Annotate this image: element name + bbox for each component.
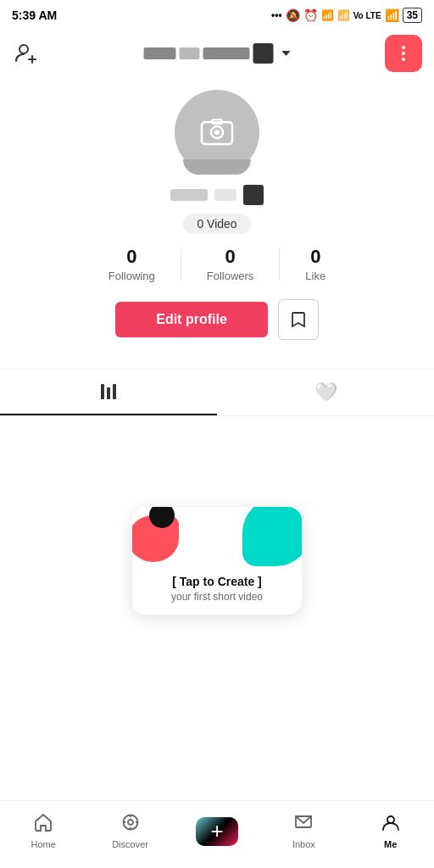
create-card-body: [ Tap to Create ] your first short video bbox=[132, 566, 302, 615]
grid-icon bbox=[101, 384, 116, 399]
status-time: 5:39 AM bbox=[12, 8, 57, 22]
alarm-icon: ⏰ bbox=[303, 8, 318, 22]
profile-section: 0 Video 0 Following 0 Followers 0 Like E… bbox=[0, 76, 434, 360]
svg-point-11 bbox=[387, 816, 394, 823]
video-count-badge: 0 Video bbox=[183, 214, 250, 234]
me-icon bbox=[381, 813, 400, 837]
followers-count: 0 bbox=[225, 246, 235, 268]
discover-icon bbox=[121, 813, 140, 837]
signal-bars2-icon: 📶 bbox=[337, 9, 350, 21]
svg-point-6 bbox=[128, 820, 133, 825]
username-selector[interactable] bbox=[144, 43, 291, 64]
battery-icon: 35 bbox=[403, 8, 422, 23]
network-type-icon: Vo LTE bbox=[353, 11, 381, 20]
action-buttons-row: Edit profile bbox=[115, 299, 319, 340]
create-card-title: [ Tap to Create ] bbox=[142, 575, 292, 588]
stats-row: 0 Following 0 Followers 0 Like bbox=[0, 246, 434, 282]
followers-stat[interactable]: 0 Followers bbox=[181, 246, 280, 282]
svg-point-0 bbox=[19, 45, 28, 53]
signal-bars-icon: 📶 bbox=[321, 9, 334, 21]
following-count: 0 bbox=[126, 246, 136, 268]
edit-profile-button[interactable]: Edit profile bbox=[115, 302, 268, 337]
following-stat[interactable]: 0 Following bbox=[83, 246, 181, 282]
avatar[interactable] bbox=[175, 90, 259, 175]
more-options-button[interactable] bbox=[385, 35, 422, 72]
nav-item-inbox[interactable]: Inbox bbox=[278, 813, 329, 849]
create-card-decoration bbox=[132, 507, 302, 566]
content-area: [ Tap to Create ] your first short video bbox=[0, 416, 434, 670]
followers-label: Followers bbox=[207, 270, 254, 282]
nav-item-discover[interactable]: Discover bbox=[105, 813, 156, 849]
chevron-down-icon bbox=[282, 51, 291, 56]
discover-label: Discover bbox=[112, 839, 148, 849]
top-navigation bbox=[0, 31, 434, 76]
username-display bbox=[144, 43, 274, 64]
nav-item-home[interactable]: Home bbox=[18, 813, 69, 849]
likes-stat[interactable]: 0 Like bbox=[280, 246, 351, 282]
status-icons: ••• 🔕 ⏰ 📶 📶 Vo LTE 📶 35 bbox=[271, 8, 422, 23]
likes-label: Like bbox=[305, 270, 326, 282]
mute-icon: 🔕 bbox=[286, 8, 300, 22]
svg-point-5 bbox=[123, 815, 137, 830]
inbox-label: Inbox bbox=[292, 839, 315, 849]
tab-liked[interactable]: 🤍 bbox=[217, 370, 434, 415]
home-label: Home bbox=[31, 839, 56, 849]
inbox-icon bbox=[294, 813, 313, 837]
wifi-icon: 📶 bbox=[385, 8, 399, 22]
following-label: Following bbox=[108, 270, 155, 282]
camera-icon bbox=[198, 114, 236, 151]
tab-videos[interactable] bbox=[0, 370, 217, 415]
create-card[interactable]: [ Tap to Create ] your first short video bbox=[132, 507, 302, 615]
status-bar: 5:39 AM ••• 🔕 ⏰ 📶 📶 Vo LTE 📶 35 bbox=[0, 0, 434, 31]
likes-count: 0 bbox=[310, 246, 320, 268]
create-icon[interactable]: + bbox=[196, 817, 238, 846]
heart-like-icon: 🤍 bbox=[314, 381, 337, 403]
me-label: Me bbox=[384, 839, 397, 849]
nav-item-create[interactable]: + bbox=[192, 817, 242, 846]
create-card-subtitle: your first short video bbox=[142, 591, 292, 603]
signal-icon: ••• bbox=[271, 9, 282, 21]
svg-point-4 bbox=[214, 130, 220, 135]
avatar-bottom-strip bbox=[183, 159, 251, 175]
home-icon bbox=[34, 813, 53, 837]
three-dots-icon bbox=[402, 46, 405, 61]
blob-teal bbox=[242, 507, 302, 566]
nav-item-me[interactable]: Me bbox=[365, 813, 416, 849]
content-tabs: 🤍 bbox=[0, 370, 434, 416]
username-placeholder bbox=[170, 185, 264, 205]
bottom-navigation: Home Discover + Inbox bbox=[0, 800, 434, 868]
bookmark-button[interactable] bbox=[278, 299, 319, 340]
bookmark-icon bbox=[289, 310, 308, 329]
add-user-button[interactable] bbox=[12, 40, 39, 67]
